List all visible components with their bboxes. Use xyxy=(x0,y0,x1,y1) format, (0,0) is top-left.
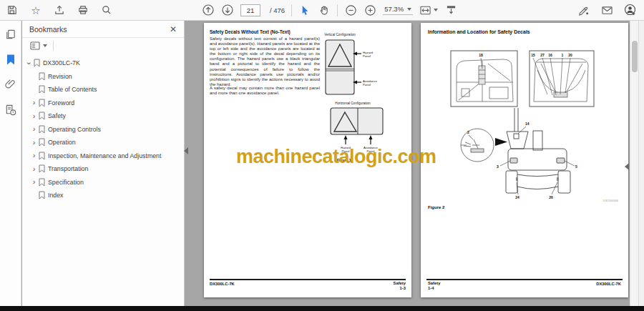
bookmark-flag-icon xyxy=(39,191,45,199)
scroll-mode-button[interactable] xyxy=(444,2,457,18)
callout-15: 15 xyxy=(531,53,535,57)
pdf-page-right: Information and Location for Safety Deca… xyxy=(421,23,628,297)
layers-panel-button[interactable] xyxy=(4,102,18,117)
next-page-button[interactable] xyxy=(221,2,234,18)
callout-3: 3 xyxy=(497,164,499,169)
avoidance-panel-label: Panel xyxy=(363,83,371,87)
chevron-icon[interactable]: › xyxy=(31,178,37,186)
bookmark-options-button[interactable] xyxy=(29,40,49,51)
fit-width-button[interactable] xyxy=(419,2,438,18)
search-button[interactable] xyxy=(100,2,113,18)
save-button[interactable] xyxy=(6,2,19,18)
footer-model-label: DX300LC-7K xyxy=(596,282,621,287)
callout-20: 20 xyxy=(568,53,572,57)
chevron-down-icon xyxy=(434,9,438,11)
zoom-out-button[interactable] xyxy=(344,2,357,18)
bookmark-item[interactable]: › Inspection, Maintenance and Adjustment xyxy=(22,149,184,163)
toolbar-center-group: 21 / 476 57.3% xyxy=(202,0,457,20)
scrollbar-thumb[interactable] xyxy=(632,41,638,72)
excavator-top-view xyxy=(506,108,570,193)
callout-26: 26 xyxy=(549,195,553,199)
cab-rear-diagram xyxy=(530,51,594,107)
chevron-icon[interactable]: › xyxy=(25,60,33,66)
bookmarks-panel-button[interactable] xyxy=(4,52,18,66)
pdf-viewer-window: ☆ 21 / 476 xyxy=(0,0,644,311)
figure-2-caption: Figure 2 xyxy=(428,205,444,209)
attachments-button[interactable] xyxy=(4,77,18,92)
navigation-rail xyxy=(0,21,21,306)
page-number-input[interactable]: 21 xyxy=(240,4,260,16)
close-panel-button[interactable]: ✕ xyxy=(170,25,177,34)
search-icon xyxy=(101,4,112,16)
vertical-configuration-caption: Vertical Configuration xyxy=(324,33,356,36)
footer-model-label: DX300LC-7K xyxy=(210,282,235,287)
horizontal-decal-outline xyxy=(331,108,383,134)
hand-tool-button[interactable] xyxy=(318,2,331,18)
page-number-value: 21 xyxy=(247,6,255,14)
fill-sign-button[interactable] xyxy=(577,2,590,18)
footer-rule xyxy=(210,279,406,280)
star-icon: ☆ xyxy=(31,5,40,16)
select-tool-button[interactable] xyxy=(298,2,311,18)
chevron-icon[interactable]: › xyxy=(31,112,37,120)
chevron-icon[interactable]: › xyxy=(31,99,37,107)
print-icon xyxy=(77,4,89,16)
toolbar-divider xyxy=(291,4,292,16)
arrow-up-icon xyxy=(369,135,373,139)
zoom-in-button[interactable] xyxy=(364,2,376,18)
bookmark-list: › DX300LC-7K Revision Table of Contents … xyxy=(22,53,184,202)
bookmark-label: Operation xyxy=(48,139,76,146)
seat-detail-circle xyxy=(461,129,494,162)
fill-sign-icon xyxy=(577,4,590,16)
bookmark-item[interactable]: › Operating Controls xyxy=(22,123,184,137)
bookmark-item[interactable]: › Safety xyxy=(22,109,184,123)
bookmark-flag-icon xyxy=(39,99,45,107)
bookmarks-panel-header: Bookmarks ✕ xyxy=(22,21,184,38)
print-button[interactable] xyxy=(77,2,89,18)
zoom-in-icon xyxy=(364,4,376,16)
page-thumbnails-button[interactable] xyxy=(4,27,18,41)
paperclip-icon xyxy=(5,79,16,90)
zoom-out-icon xyxy=(345,4,357,16)
chevron-icon[interactable]: › xyxy=(31,139,37,147)
toolbar: ☆ 21 / 476 xyxy=(0,0,644,21)
callout-2: 2 xyxy=(467,130,469,134)
bookmark-item[interactable]: › Operation xyxy=(22,136,184,149)
bookmark-item[interactable]: › Transportation xyxy=(22,162,184,176)
previous-page-button[interactable] xyxy=(202,2,215,18)
hand-tool-icon xyxy=(318,4,330,16)
vertical-decal-outline xyxy=(326,40,354,94)
collapse-left-panel-handle[interactable] xyxy=(184,147,188,154)
footer-rule xyxy=(426,279,623,280)
bookmark-item[interactable]: › Foreword xyxy=(22,97,184,110)
bookmark-label: Revision xyxy=(48,73,72,80)
bookmark-flag-icon xyxy=(39,152,45,160)
bookmark-item[interactable]: › DX300LC-7K xyxy=(22,56,184,70)
chevron-icon[interactable]: › xyxy=(31,165,37,173)
zoom-level-control[interactable]: 57.3% xyxy=(383,5,413,15)
callout-5: 5 xyxy=(575,164,577,169)
bookmarks-panel: Bookmarks ✕ › DX300LC-7K Revision Table … xyxy=(22,21,185,306)
toolbar-right-group xyxy=(577,0,637,20)
bookmark-item[interactable]: Revision xyxy=(22,70,184,84)
share-button[interactable] xyxy=(53,2,66,18)
share-icon xyxy=(54,4,65,16)
bookmark-flag-icon xyxy=(39,178,45,187)
footer-section-label: Safety xyxy=(428,281,440,286)
chevron-icon[interactable]: › xyxy=(31,125,37,133)
page-total-label: / 476 xyxy=(270,6,285,14)
footer-section-page: Safety 1-4 xyxy=(428,281,440,291)
bookmark-item[interactable]: Table of Contents xyxy=(22,83,184,97)
callout-14: 14 xyxy=(525,122,530,126)
footer-section-label: Safety xyxy=(394,281,406,286)
collapse-right-panel-handle[interactable] xyxy=(625,163,629,170)
bookmark-item[interactable]: Index xyxy=(22,189,184,202)
account-button[interactable] xyxy=(624,2,637,18)
bookmark-item[interactable]: › Specification xyxy=(22,176,184,189)
favorite-button[interactable]: ☆ xyxy=(29,2,42,18)
figure-code: DS2100306 xyxy=(603,199,619,202)
document-area: Safety Decals Without Text (No-Text) Saf… xyxy=(185,21,630,306)
chevron-icon[interactable]: › xyxy=(31,152,37,159)
toolbar-divider xyxy=(53,41,54,51)
email-button[interactable] xyxy=(600,2,613,18)
